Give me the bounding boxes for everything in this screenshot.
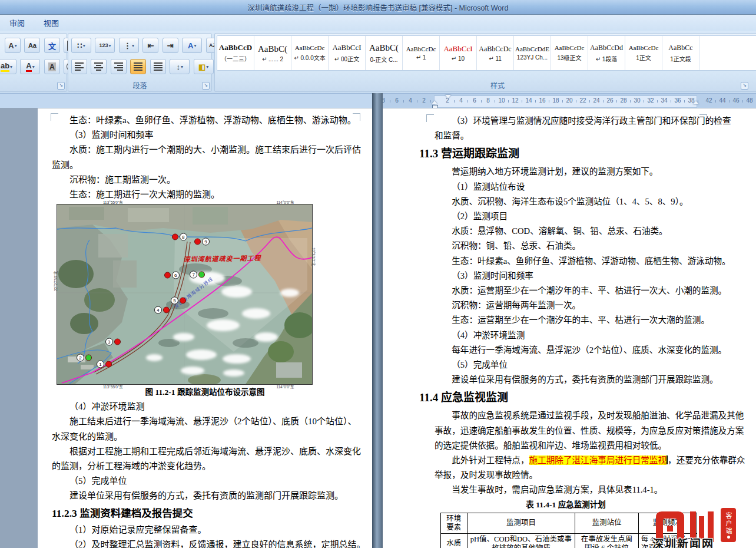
paragraph[interactable]: 生态：运营期至少在一个潮汐年的丰、平、枯进行一次大潮的监测。 (435, 313, 697, 328)
paragraph[interactable]: 生态：施工期进行一次大潮期的监测。 (52, 187, 358, 202)
paragraph[interactable]: 和监督。 (435, 128, 697, 143)
paragraph[interactable]: 水深变化的监测。 (52, 430, 358, 444)
justify-button[interactable] (130, 59, 146, 74)
right-page-text[interactable]: （3）环境管理与监测情况应随时接受海洋行政主管部门和环保部门的检查 和监督。 1… (435, 114, 697, 548)
increase-indent-button[interactable]: ⇥ (163, 38, 178, 53)
style-item[interactable]: AaBbCc1正文段 (662, 36, 699, 70)
align-left-button[interactable] (71, 59, 87, 74)
phonetic-guide-button[interactable]: 文 (44, 38, 60, 53)
style-item[interactable]: AaBbCcD（一二三） (217, 36, 254, 70)
ruler-tick (657, 100, 658, 103)
shading-button[interactable]: ◧▾ (194, 59, 214, 74)
paragraph[interactable]: 水质：悬浮物、COD、溶解氧、铜、铅、总汞、石油类。 (435, 224, 697, 239)
numbering-button[interactable]: 123▾ (95, 38, 115, 53)
monitoring-station-4: 4 (154, 306, 170, 314)
paragraph-with-highlight[interactable]: 此外针对工程特点，施工期除了湛江海事局进行日常监视，还要充分依靠群众 (435, 453, 697, 468)
change-case-button[interactable]: A▾ (5, 38, 21, 53)
paragraph[interactable]: （3）监测时间和频率 (435, 269, 697, 283)
style-item[interactable]: AaBbCcDc↵ 1 (403, 36, 440, 70)
ruler-tick (417, 100, 417, 103)
ruler-number: 48 (746, 97, 752, 104)
paragraph[interactable]: （3）环境管理与监测情况应随时接受海洋行政主管部门和环保部门的检查 (435, 114, 697, 128)
ruler-number: 14 (525, 97, 532, 104)
asian-layout-button[interactable]: A▾ (182, 38, 202, 53)
coord-label: 113°55'0"东 (103, 199, 123, 205)
style-item[interactable]: AaBbCcDc↵ 11 (477, 36, 514, 70)
styles-dialog-launcher[interactable]: ↘ (741, 82, 748, 90)
horizontal-ruler[interactable]: 8642246810121416182022242628303234363842… (383, 93, 756, 108)
first-line-indent-marker[interactable] (445, 95, 451, 98)
paragraph[interactable]: （4）冲淤环境监测 (435, 328, 697, 343)
paragraph[interactable]: （2）监测项目 (435, 209, 697, 224)
section-heading[interactable]: 11.2.3 监测资料建档及报告提交 (52, 504, 358, 522)
paragraph[interactable]: （1）对原始记录应完整保留备查。 (52, 523, 358, 537)
style-item[interactable]: AaBbC(0-正文 C... (366, 36, 403, 70)
paragraph[interactable]: 施工结束后进行一季海域海流、悬浮泥沙（2个站位）、底质（10个站位）、 (52, 414, 358, 429)
paragraph[interactable]: （1）监测站位布设 (435, 180, 697, 194)
paragraph[interactable]: 生态：叶绿素a、鱼卵仔鱼、浮游植物、浮游动物、底栖生物、游泳动物。 (435, 254, 697, 269)
paragraph[interactable]: 每年进行一季海域海流、悬浮泥沙（2个站位）、底质、水深变化的监测。 (435, 343, 697, 358)
paragraph[interactable]: 营运期纳入地方环境监测计划，建议的监测方案如下。 (435, 164, 697, 179)
clear-formatting-button[interactable]: Aa (24, 38, 40, 53)
distribute-button[interactable] (150, 59, 166, 74)
paragraph[interactable]: 沉积物：施工期监测一次。 (52, 173, 358, 187)
paragraph[interactable]: （3）监测时间和频率 (52, 128, 358, 143)
style-item[interactable]: AaBbCcI↵ 10 (440, 36, 477, 70)
figure-map[interactable]: 深圳湾航道疏浚一期工程 深圳香港海域分界线 123456789 113°55'0… (57, 204, 313, 385)
paragraph[interactable]: 监测。 (52, 158, 358, 173)
paragraph[interactable]: （5）完成单位 (52, 474, 358, 488)
paragraph[interactable]: 沉积物：运营期每两年监测一次。 (435, 298, 697, 313)
paragraph[interactable]: 的监测，分析工程海域的冲淤变化趋势。 (52, 459, 358, 474)
font-color-button[interactable]: A▾ (20, 59, 40, 74)
bullets-button[interactable]: ∷▾ (71, 38, 91, 53)
style-item[interactable]: AaBbCcDd↵ 1段落 (588, 36, 625, 70)
justify-icon (134, 62, 142, 71)
hanging-indent-marker[interactable] (432, 101, 437, 104)
paragraph[interactable]: （2）及时整理汇总监测资料，反馈通报，建立良好的信息系统，定期总结。 (52, 537, 358, 548)
character-shading-button[interactable]: A (44, 59, 60, 74)
coord-label: 22°27'30"北 (52, 270, 58, 290)
paragraph[interactable]: 的选定提供依据。船舶监视和岸边、堆场监视费用相对较低。 (435, 438, 697, 453)
line-spacing-button[interactable]: ↕▾ (170, 59, 190, 74)
left-page-text[interactable]: 生态：叶绿素a、鱼卵仔鱼、浮游植物、浮游动物、底栖生物、游泳动物。 （3）监测时… (52, 113, 358, 548)
paragraph[interactable]: 根据对工程施工期和工程完成后邻近海域海流、悬浮泥沙、底质、水深变化 (52, 444, 358, 459)
page-left[interactable]: 生态：叶绿素a、鱼卵仔鱼、浮游植物、浮游动物、底栖生物、游泳动物。 （3）监测时… (38, 108, 372, 548)
paragraph[interactable]: 沉积物：铜、铅、总汞、石油类。 (435, 239, 697, 253)
paragraph[interactable]: 建设单位采用有偿服务的方式，委托有资质的监测部门开展跟踪监测。 (52, 488, 358, 503)
paragraph[interactable]: 举报，及时发现事故险情。 (435, 468, 697, 483)
style-item[interactable]: AaBbC(↵ ...... 2 (254, 36, 291, 70)
style-item[interactable]: AaBbCcI↵ 00正文 (329, 36, 366, 70)
align-right-button[interactable] (111, 59, 127, 74)
paragraph[interactable]: （4）冲淤环境监测 (52, 400, 358, 414)
tab-review[interactable]: 审阅 (0, 15, 34, 31)
style-item[interactable]: AaBbCcDc1正文 (625, 36, 662, 70)
paragraph[interactable]: 水质：运营期至少在一个潮汐年的丰、平、枯进行一次大、小潮的监测。 (435, 283, 697, 298)
text-highlight-button[interactable]: ab▾ (0, 59, 16, 74)
paragraph[interactable]: 事故，迅速确定船舶事故发生的位置、性质、规模等，为应急反应对策措施及方案 (435, 424, 697, 438)
client-badge: 客户端 (721, 508, 736, 542)
paragraph[interactable]: （5）完成单位 (435, 358, 697, 372)
tab-view[interactable]: 视图 (34, 15, 68, 31)
right-indent-marker[interactable] (693, 101, 699, 104)
paragraph[interactable]: 生态：叶绿素a、鱼卵仔鱼、浮游植物、浮游动物、底栖生物、游泳动物。 (52, 113, 358, 128)
section-heading[interactable]: 11.3 营运期跟踪监测 (419, 144, 697, 163)
multilevel-list-button[interactable]: ⋮▾ (119, 38, 139, 53)
paragraph[interactable]: 建设单位采用有偿服务的方式，委托有资质的监测部门开展跟踪监测。 (435, 372, 697, 387)
align-center-button[interactable] (91, 59, 107, 74)
ruler-tick (616, 100, 617, 103)
page-right[interactable]: （3）环境管理与监测情况应随时接受海洋行政主管部门和环保部门的检查 和监督。 1… (383, 108, 756, 548)
paragraph[interactable]: 当发生事故时，需启动应急监测方案，具体见表11.4-1。 (435, 483, 697, 497)
style-sample: AaBbCc (668, 44, 692, 52)
highlighted-text[interactable]: 施工期除了湛江海事局进行日常监视 (529, 455, 667, 465)
style-item[interactable]: AaBbCcDdE123YJ Ch... (514, 36, 551, 70)
paragraph[interactable]: 水质、沉积物、海洋生态布设5个监测站位（1、4、5、8、9）。 (435, 194, 697, 209)
station-number: 3 (105, 338, 113, 346)
style-item[interactable]: AaBbCcDc13级正文 (551, 36, 588, 70)
paragraph-dialog-launcher[interactable]: ↘ (202, 82, 210, 90)
paragraph[interactable]: 水质：施工期内进行一个潮期的大、小潮监测。施工结束后进行一次后评估 (52, 143, 358, 157)
decrease-indent-button[interactable]: ⇤ (142, 38, 158, 53)
paragraph[interactable]: 事故的应急监视系统是通过监视手段，及时发现船舶溢油、化学品泄漏及其他 (435, 408, 697, 423)
style-item[interactable]: AaBbCcDc↵ 0.0.0文本 (291, 36, 329, 70)
section-heading[interactable]: 11.4 应急监视监测 (419, 388, 697, 407)
font-dialog-launcher[interactable]: ↘ (57, 82, 65, 90)
